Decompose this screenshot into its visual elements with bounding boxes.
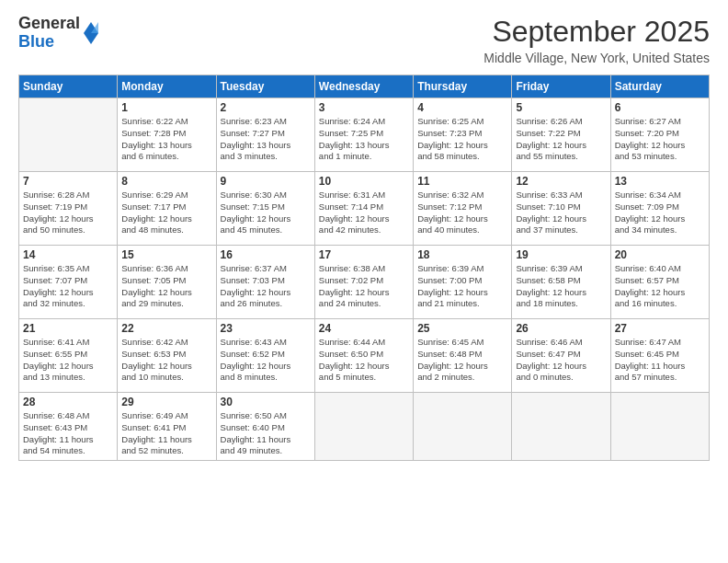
- header-wednesday: Wednesday: [314, 75, 413, 98]
- day-number: 18: [417, 248, 507, 261]
- calendar-cell: [414, 393, 512, 461]
- day-number: 16: [221, 248, 311, 261]
- header-friday: Friday: [512, 75, 610, 98]
- calendar-cell: 26Sunrise: 6:46 AM Sunset: 6:47 PM Dayli…: [512, 319, 610, 393]
- day-number: 8: [121, 175, 211, 188]
- day-number: 25: [417, 322, 507, 335]
- week-row-2: 7Sunrise: 6:28 AM Sunset: 7:19 PM Daylig…: [19, 172, 710, 246]
- day-number: 28: [23, 396, 113, 408]
- logo-blue: Blue: [18, 33, 80, 52]
- day-info: Sunrise: 6:29 AM Sunset: 7:17 PM Dayligh…: [121, 190, 211, 236]
- calendar-cell: [610, 393, 709, 461]
- day-info: Sunrise: 6:45 AM Sunset: 6:48 PM Dayligh…: [417, 337, 507, 384]
- day-number: 3: [319, 101, 409, 114]
- day-info: Sunrise: 6:38 AM Sunset: 7:02 PM Dayligh…: [319, 263, 409, 310]
- day-info: Sunrise: 6:31 AM Sunset: 7:14 PM Dayligh…: [319, 190, 409, 236]
- calendar-cell: 1Sunrise: 6:22 AM Sunset: 7:28 PM Daylig…: [118, 98, 216, 172]
- calendar-cell: 25Sunrise: 6:45 AM Sunset: 6:48 PM Dayli…: [414, 319, 512, 393]
- calendar-cell: 22Sunrise: 6:42 AM Sunset: 6:53 PM Dayli…: [118, 319, 216, 393]
- header: General Blue September 2025 Middle Villa…: [18, 15, 710, 65]
- day-number: 19: [516, 248, 606, 261]
- day-info: Sunrise: 6:39 AM Sunset: 6:58 PM Dayligh…: [516, 263, 606, 310]
- calendar-cell: [19, 98, 118, 172]
- day-info: Sunrise: 6:47 AM Sunset: 6:45 PM Dayligh…: [615, 337, 705, 384]
- header-tuesday: Tuesday: [216, 75, 314, 98]
- calendar-header-row: SundayMondayTuesdayWednesdayThursdayFrid…: [19, 75, 710, 98]
- day-info: Sunrise: 6:33 AM Sunset: 7:10 PM Dayligh…: [516, 190, 606, 236]
- calendar-cell: 6Sunrise: 6:27 AM Sunset: 7:20 PM Daylig…: [610, 98, 709, 172]
- location: Middle Village, New York, United States: [483, 51, 710, 65]
- day-number: 21: [23, 322, 113, 335]
- calendar-cell: 2Sunrise: 6:23 AM Sunset: 7:27 PM Daylig…: [216, 98, 314, 172]
- day-number: 17: [319, 248, 409, 261]
- week-row-4: 21Sunrise: 6:41 AM Sunset: 6:55 PM Dayli…: [19, 319, 710, 393]
- day-number: 14: [23, 248, 113, 261]
- day-number: 30: [221, 396, 311, 408]
- calendar-cell: [314, 393, 413, 461]
- day-number: 7: [23, 175, 113, 188]
- day-info: Sunrise: 6:22 AM Sunset: 7:28 PM Dayligh…: [121, 116, 211, 163]
- day-info: Sunrise: 6:34 AM Sunset: 7:09 PM Dayligh…: [615, 190, 705, 236]
- day-number: 23: [221, 322, 311, 335]
- day-info: Sunrise: 6:35 AM Sunset: 7:07 PM Dayligh…: [23, 263, 113, 310]
- day-info: Sunrise: 6:41 AM Sunset: 6:55 PM Dayligh…: [23, 337, 113, 384]
- calendar-cell: 8Sunrise: 6:29 AM Sunset: 7:17 PM Daylig…: [118, 172, 216, 246]
- calendar-cell: 3Sunrise: 6:24 AM Sunset: 7:25 PM Daylig…: [314, 98, 413, 172]
- week-row-5: 28Sunrise: 6:48 AM Sunset: 6:43 PM Dayli…: [19, 393, 710, 461]
- calendar-cell: 13Sunrise: 6:34 AM Sunset: 7:09 PM Dayli…: [610, 172, 709, 246]
- day-number: 12: [516, 175, 606, 188]
- day-info: Sunrise: 6:49 AM Sunset: 6:41 PM Dayligh…: [121, 410, 211, 457]
- week-row-3: 14Sunrise: 6:35 AM Sunset: 7:07 PM Dayli…: [19, 246, 710, 319]
- day-info: Sunrise: 6:43 AM Sunset: 6:52 PM Dayligh…: [221, 337, 311, 384]
- header-thursday: Thursday: [414, 75, 512, 98]
- day-number: 24: [319, 322, 409, 335]
- logo-text: General Blue: [18, 15, 80, 52]
- calendar-cell: 12Sunrise: 6:33 AM Sunset: 7:10 PM Dayli…: [512, 172, 610, 246]
- day-info: Sunrise: 6:36 AM Sunset: 7:05 PM Dayligh…: [121, 263, 211, 310]
- calendar-cell: 10Sunrise: 6:31 AM Sunset: 7:14 PM Dayli…: [314, 172, 413, 246]
- day-info: Sunrise: 6:46 AM Sunset: 6:47 PM Dayligh…: [516, 337, 606, 384]
- day-number: 15: [121, 248, 211, 261]
- header-sunday: Sunday: [19, 75, 118, 98]
- day-number: 29: [121, 396, 211, 408]
- calendar-cell: 27Sunrise: 6:47 AM Sunset: 6:45 PM Dayli…: [610, 319, 709, 393]
- calendar-cell: 5Sunrise: 6:26 AM Sunset: 7:22 PM Daylig…: [512, 98, 610, 172]
- day-number: 10: [319, 175, 409, 188]
- day-info: Sunrise: 6:23 AM Sunset: 7:27 PM Dayligh…: [221, 116, 311, 163]
- calendar-cell: 4Sunrise: 6:25 AM Sunset: 7:23 PM Daylig…: [414, 98, 512, 172]
- logo: General Blue: [18, 15, 100, 52]
- day-info: Sunrise: 6:26 AM Sunset: 7:22 PM Dayligh…: [516, 116, 606, 163]
- day-info: Sunrise: 6:42 AM Sunset: 6:53 PM Dayligh…: [121, 337, 211, 384]
- day-number: 27: [615, 322, 705, 335]
- calendar-cell: 23Sunrise: 6:43 AM Sunset: 6:52 PM Dayli…: [216, 319, 314, 393]
- day-info: Sunrise: 6:44 AM Sunset: 6:50 PM Dayligh…: [319, 337, 409, 384]
- day-info: Sunrise: 6:50 AM Sunset: 6:40 PM Dayligh…: [221, 410, 311, 457]
- header-saturday: Saturday: [610, 75, 709, 98]
- day-number: 2: [221, 101, 311, 114]
- calendar-table: SundayMondayTuesdayWednesdayThursdayFrid…: [18, 75, 710, 461]
- day-info: Sunrise: 6:27 AM Sunset: 7:20 PM Dayligh…: [615, 116, 705, 163]
- page: General Blue September 2025 Middle Villa…: [0, 0, 728, 563]
- day-info: Sunrise: 6:25 AM Sunset: 7:23 PM Dayligh…: [417, 116, 507, 163]
- day-info: Sunrise: 6:28 AM Sunset: 7:19 PM Dayligh…: [23, 190, 113, 236]
- day-info: Sunrise: 6:48 AM Sunset: 6:43 PM Dayligh…: [23, 410, 113, 457]
- calendar-cell: [512, 393, 610, 461]
- day-number: 22: [121, 322, 211, 335]
- day-number: 9: [221, 175, 311, 188]
- calendar-cell: 28Sunrise: 6:48 AM Sunset: 6:43 PM Dayli…: [19, 393, 118, 461]
- calendar-cell: 14Sunrise: 6:35 AM Sunset: 7:07 PM Dayli…: [19, 246, 118, 319]
- day-number: 5: [516, 101, 606, 114]
- day-info: Sunrise: 6:40 AM Sunset: 6:57 PM Dayligh…: [615, 263, 705, 310]
- calendar-cell: 29Sunrise: 6:49 AM Sunset: 6:41 PM Dayli…: [118, 393, 216, 461]
- calendar-cell: 21Sunrise: 6:41 AM Sunset: 6:55 PM Dayli…: [19, 319, 118, 393]
- calendar-cell: 30Sunrise: 6:50 AM Sunset: 6:40 PM Dayli…: [216, 393, 314, 461]
- day-number: 6: [615, 101, 705, 114]
- calendar-cell: 15Sunrise: 6:36 AM Sunset: 7:05 PM Dayli…: [118, 246, 216, 319]
- calendar-cell: 24Sunrise: 6:44 AM Sunset: 6:50 PM Dayli…: [314, 319, 413, 393]
- logo-general: General: [18, 15, 80, 33]
- calendar-cell: 20Sunrise: 6:40 AM Sunset: 6:57 PM Dayli…: [610, 246, 709, 319]
- day-info: Sunrise: 6:39 AM Sunset: 7:00 PM Dayligh…: [417, 263, 507, 310]
- day-info: Sunrise: 6:37 AM Sunset: 7:03 PM Dayligh…: [221, 263, 311, 310]
- day-number: 13: [615, 175, 705, 188]
- calendar-cell: 18Sunrise: 6:39 AM Sunset: 7:00 PM Dayli…: [414, 246, 512, 319]
